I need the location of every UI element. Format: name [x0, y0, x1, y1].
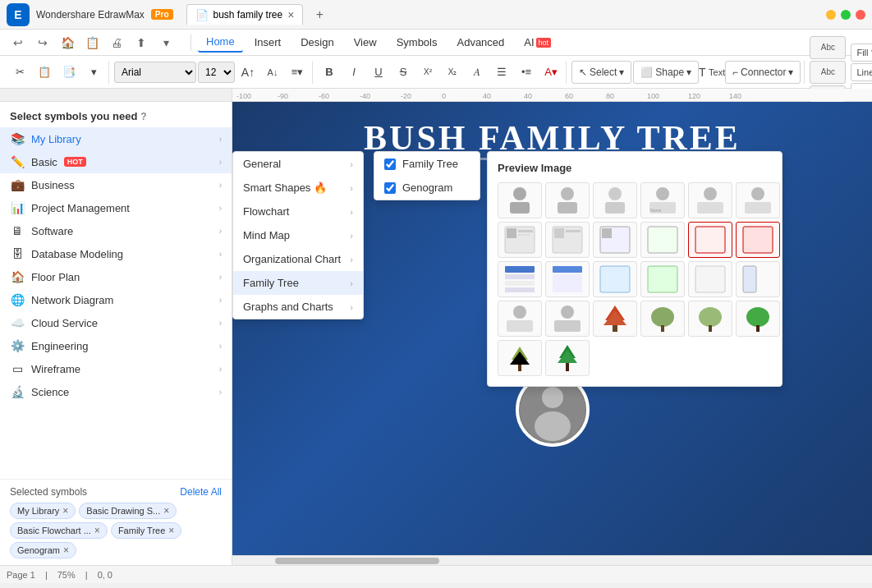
menu-graphs-charts[interactable]: Graphs and Charts ›: [233, 295, 363, 319]
preview-cell-5[interactable]: [688, 182, 732, 218]
font-family-select[interactable]: Arial: [114, 62, 196, 83]
style-abc-2[interactable]: Abc: [810, 61, 846, 84]
preview-cell-18[interactable]: [736, 261, 780, 297]
preview-cell-6[interactable]: [736, 182, 780, 218]
tag-basic-drawing-close[interactable]: ×: [163, 505, 169, 517]
maximize-button[interactable]: [841, 10, 851, 20]
menu-view[interactable]: View: [346, 33, 385, 52]
submenu-genogram-item[interactable]: Genogram: [374, 176, 480, 200]
preview-cell-9[interactable]: [593, 222, 637, 258]
preview-cell-4[interactable]: Name: [640, 182, 685, 218]
preview-cell-tree-2[interactable]: [640, 301, 685, 337]
menu-general[interactable]: General ›: [233, 152, 363, 176]
underline-button[interactable]: U: [367, 61, 390, 84]
font-size-up-button[interactable]: A↑: [236, 61, 259, 84]
bold-button[interactable]: B: [318, 61, 341, 84]
tag-family-tree-close[interactable]: ×: [168, 525, 174, 536]
undo-button[interactable]: ↩: [7, 31, 30, 54]
preview-cell-11[interactable]: [688, 222, 732, 258]
connector-tool-button[interactable]: ⌐Connector▾: [725, 61, 801, 84]
preview-cell-7[interactable]: [498, 222, 542, 258]
delete-all-button[interactable]: Delete All: [180, 486, 222, 498]
preview-cell-17[interactable]: [688, 261, 732, 297]
sidebar-item-project-management[interactable]: 📊 Project Management ›: [0, 196, 232, 219]
text-tool-button[interactable]: T Text: [700, 61, 723, 84]
file-tab[interactable]: 📄 bush family tree ×: [186, 4, 304, 25]
print-button[interactable]: 🖨: [105, 31, 128, 54]
preview-cell-tree-1[interactable]: [593, 301, 637, 337]
sidebar-item-cloud-service[interactable]: ☁️ Cloud Service ›: [0, 311, 232, 334]
sidebar-item-database-modeling[interactable]: 🗄 Database Modeling ›: [0, 242, 232, 265]
line-button[interactable]: Line▾: [851, 63, 872, 81]
new-tab-button[interactable]: +: [310, 5, 329, 25]
text-align-button[interactable]: ≡▾: [286, 61, 309, 84]
style-abc-1[interactable]: Abc: [810, 36, 846, 59]
menu-insert[interactable]: Insert: [246, 33, 290, 52]
menu-flowchart[interactable]: Flowchart ›: [233, 200, 363, 223]
menu-smart-shapes[interactable]: Smart Shapes 🔥 ›: [233, 176, 363, 200]
more-nav-button[interactable]: ▾: [154, 31, 177, 54]
sidebar-item-engineering[interactable]: ⚙️ Engineering ›: [0, 334, 232, 357]
family-tree-checkbox[interactable]: [384, 158, 396, 170]
tag-basic-flowchart-close[interactable]: ×: [94, 525, 100, 536]
text-effect-button[interactable]: 𝐴: [466, 61, 489, 84]
fill-button[interactable]: Fill▾: [851, 44, 872, 62]
menu-organizational-chart[interactable]: Organizational Chart ›: [233, 247, 363, 271]
submenu-family-tree-item[interactable]: Family Tree: [374, 152, 480, 176]
redo-button[interactable]: ↪: [31, 31, 54, 54]
preview-cell-tree-5[interactable]: [498, 340, 542, 376]
scroll-thumb[interactable]: [275, 558, 439, 564]
preview-cell-16[interactable]: [640, 261, 685, 297]
horizontal-scrollbar[interactable]: [232, 555, 872, 565]
menu-home[interactable]: Home: [198, 32, 243, 53]
font-size-select[interactable]: 12: [198, 62, 235, 83]
close-tab-icon[interactable]: ×: [287, 8, 294, 21]
canvas-area[interactable]: BUSH FAMILY TREE Samuel Pre... (1863-: [232, 102, 872, 565]
sidebar-item-wireframe[interactable]: ▭ Wireframe ›: [0, 357, 232, 380]
export-button[interactable]: ⬆: [130, 31, 153, 54]
preview-cell-14[interactable]: [545, 261, 590, 297]
select-tool-button[interactable]: ↖Select▾: [571, 61, 631, 84]
menu-symbols[interactable]: Symbols: [388, 33, 446, 52]
menu-family-tree[interactable]: Family Tree ›: [233, 271, 363, 295]
preview-cell-1[interactable]: [498, 182, 542, 218]
italic-button[interactable]: I: [342, 61, 365, 84]
copy-button[interactable]: 📋: [33, 61, 56, 84]
sidebar-item-my-library[interactable]: 📚 My Library ›: [0, 127, 232, 150]
preview-cell-10[interactable]: [640, 222, 685, 258]
close-button[interactable]: [856, 10, 865, 20]
menu-design[interactable]: Design: [292, 33, 342, 52]
preview-cell-13[interactable]: [498, 261, 542, 297]
minimize-button[interactable]: [826, 10, 836, 20]
cut-button[interactable]: ✂: [8, 61, 31, 84]
menu-mind-map[interactable]: Mind Map ›: [233, 223, 363, 247]
sidebar-item-basic[interactable]: ✏️ Basic HOT ›: [0, 150, 232, 173]
preview-cell-tree-3[interactable]: [688, 301, 732, 337]
font-color-button[interactable]: A▾: [539, 61, 562, 84]
superscript-button[interactable]: X²: [416, 61, 439, 84]
preview-cell-tree-4[interactable]: [736, 301, 780, 337]
sidebar-item-science[interactable]: 🔬 Science ›: [0, 380, 232, 403]
numbered-list-button[interactable]: ☰: [490, 61, 513, 84]
sidebar-item-floor-plan[interactable]: 🏠 Floor Plan ›: [0, 265, 232, 288]
preview-cell-12[interactable]: [736, 222, 780, 258]
strikethrough-button[interactable]: S: [392, 61, 415, 84]
preview-cell-20[interactable]: [545, 301, 590, 337]
paste-button[interactable]: 📑: [57, 61, 80, 84]
preview-cell-tree-6[interactable]: [545, 340, 590, 376]
shape-tool-button[interactable]: ⬜Shape▾: [633, 61, 699, 84]
sidebar-item-network-diagram[interactable]: 🌐 Network Diagram ›: [0, 288, 232, 311]
font-size-down-button[interactable]: A↓: [261, 61, 284, 84]
preview-cell-19[interactable]: [498, 301, 542, 337]
genogram-checkbox[interactable]: [384, 182, 396, 194]
bullet-list-button[interactable]: •≡: [515, 61, 538, 84]
preview-cell-8[interactable]: [545, 222, 590, 258]
sidebar-help-icon[interactable]: ?: [140, 111, 146, 122]
preview-cell-3[interactable]: [593, 182, 637, 218]
tag-my-library-close[interactable]: ×: [62, 505, 68, 517]
preview-cell-15[interactable]: [593, 261, 637, 297]
new-button[interactable]: 📋: [80, 31, 103, 54]
menu-advanced[interactable]: Advanced: [448, 33, 512, 52]
menu-ai[interactable]: AIhot: [516, 33, 559, 52]
tag-genogram-close[interactable]: ×: [63, 544, 69, 556]
